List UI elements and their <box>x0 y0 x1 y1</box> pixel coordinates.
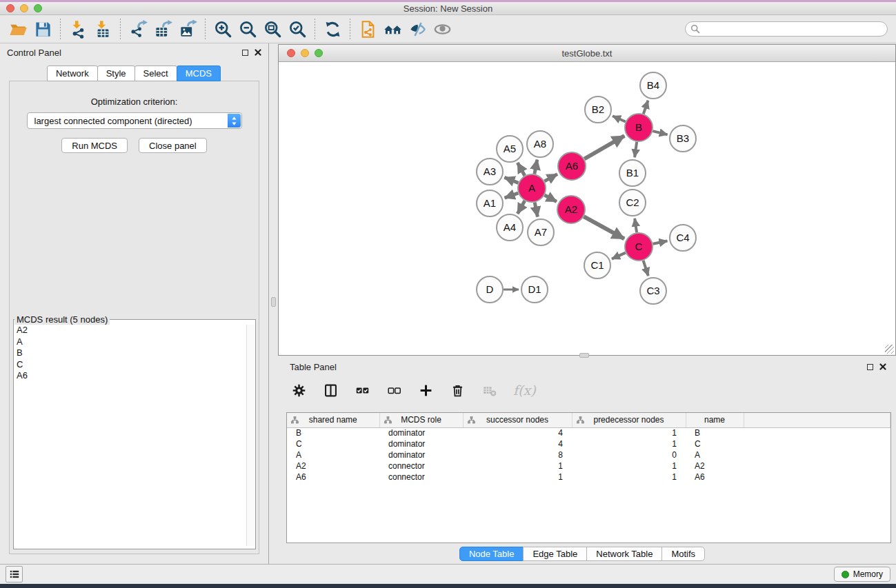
graph-edge-C-C4[interactable] <box>653 241 668 244</box>
resize-grip[interactable] <box>885 345 894 354</box>
close-panel-icon[interactable] <box>879 361 886 373</box>
mcds-result-item[interactable]: A2 <box>14 325 246 336</box>
refresh-layout-icon[interactable] <box>320 17 345 41</box>
open-session-icon[interactable] <box>6 17 30 41</box>
graph-node-C4[interactable]: C4 <box>670 225 696 251</box>
result-scrollbar[interactable] <box>246 325 255 546</box>
tab-select[interactable]: Select <box>135 65 177 81</box>
zoom-selected-icon[interactable] <box>285 17 310 41</box>
column-header-MCDS-role[interactable]: MCDS role <box>379 413 463 427</box>
memory-button[interactable]: Memory <box>834 567 890 582</box>
graph-node-A3[interactable]: A3 <box>477 159 503 185</box>
graph-edge-A-A4[interactable] <box>517 201 524 214</box>
graph-edge-A2-C[interactable] <box>584 216 624 239</box>
mcds-result-item[interactable]: B <box>14 347 246 359</box>
graph-edge-C-C3[interactable] <box>644 261 648 276</box>
import-table-icon[interactable] <box>90 17 115 41</box>
tab-style[interactable]: Style <box>97 65 135 81</box>
graph-node-A1[interactable]: A1 <box>477 190 503 216</box>
graph-node-A6[interactable]: A6 <box>558 152 586 180</box>
column-header-shared-name[interactable]: shared name <box>287 413 379 427</box>
graph-edge-A-A1[interactable] <box>505 193 519 198</box>
zoom-in-icon[interactable] <box>210 17 235 41</box>
graph-node-B1[interactable]: B1 <box>619 160 646 186</box>
column-header-name[interactable]: name <box>686 413 744 427</box>
mcds-result-item[interactable]: C <box>14 359 246 371</box>
table-row[interactable]: Adominator80A <box>287 449 890 460</box>
tab-edge-table[interactable]: Edge Table <box>523 547 587 561</box>
task-history-button[interactable] <box>6 566 23 582</box>
select-all-icon[interactable] <box>355 383 370 398</box>
tab-network[interactable]: Network <box>47 65 98 81</box>
graph-edge-A-A3[interactable] <box>504 177 518 183</box>
graph-node-C[interactable]: C <box>625 233 653 261</box>
graph-node-A4[interactable]: A4 <box>497 214 523 241</box>
graph-edge-B-B1[interactable] <box>635 142 637 157</box>
graph-edge-C-C1[interactable] <box>612 253 626 259</box>
float-panel-icon[interactable] <box>867 364 873 370</box>
graph-node-B4[interactable]: B4 <box>640 72 666 99</box>
graph-edge-B-B4[interactable] <box>644 101 648 114</box>
criterion-select[interactable]: largest connected component (directed) <box>27 112 242 129</box>
float-panel-icon[interactable] <box>242 50 248 56</box>
mcds-result-item[interactable]: A6 <box>14 370 246 382</box>
close-panel-button[interactable]: Close panel <box>139 138 207 153</box>
graph-node-A[interactable]: A <box>518 174 546 202</box>
graph-node-B3[interactable]: B3 <box>670 125 696 152</box>
splitter-handle-vertical[interactable] <box>271 297 276 307</box>
search-input[interactable] <box>685 21 888 37</box>
graph-node-C3[interactable]: C3 <box>640 278 666 304</box>
export-network-icon[interactable] <box>126 17 150 41</box>
tab-mcds[interactable]: MCDS <box>177 65 221 81</box>
run-mcds-button[interactable]: Run MCDS <box>61 138 128 153</box>
column-header-predecessor-nodes[interactable]: predecessor nodes <box>572 413 686 427</box>
graph-edge-B-B2[interactable] <box>613 116 626 121</box>
graph-node-A2[interactable]: A2 <box>557 196 585 223</box>
gear-icon[interactable] <box>291 383 306 398</box>
splitter-handle-horizontal[interactable] <box>579 353 589 358</box>
graph-node-B[interactable]: B <box>625 114 653 141</box>
graph-node-D1[interactable]: D1 <box>521 276 548 303</box>
table-row[interactable]: A2connector11A2 <box>287 460 890 472</box>
svg-text:A3: A3 <box>484 165 496 177</box>
toggle-graphics-details-icon[interactable] <box>405 17 430 41</box>
network-canvas[interactable]: B4B2BB3A8A5A6A3B1AC2A1A2A4A7C4CC1C3DD1 <box>279 63 895 355</box>
network-document-icon[interactable] <box>355 17 380 41</box>
graph-node-C2[interactable]: C2 <box>619 190 646 216</box>
tab-network-table[interactable]: Network Table <box>586 547 662 561</box>
deselect-all-icon[interactable] <box>386 383 401 398</box>
mcds-result-item[interactable]: A <box>14 336 246 348</box>
table-row[interactable]: Cdominator41C <box>287 438 890 449</box>
graph-edge-A-A8[interactable] <box>535 160 537 174</box>
close-panel-icon[interactable] <box>255 46 261 59</box>
table-row[interactable]: Bdominator41B <box>287 427 890 438</box>
zoom-out-icon[interactable] <box>235 17 260 41</box>
columns-icon[interactable] <box>323 383 338 398</box>
graph-node-A7[interactable]: A7 <box>528 219 554 245</box>
graph-edge-A-A7[interactable] <box>535 203 537 217</box>
export-table-icon[interactable] <box>150 17 175 41</box>
home-networks-icon[interactable] <box>380 17 405 41</box>
eye-icon[interactable] <box>430 17 455 41</box>
graph-edge-A-A6[interactable] <box>544 174 557 181</box>
graph-edge-B-B3[interactable] <box>653 131 667 134</box>
export-image-icon[interactable] <box>175 17 200 41</box>
table-row[interactable]: A6connector11A6 <box>287 472 890 483</box>
delete-row-icon[interactable] <box>450 383 465 398</box>
tab-node-table[interactable]: Node Table <box>459 547 524 561</box>
graph-edge-A-A5[interactable] <box>517 163 524 176</box>
graph-edge-A-A2[interactable] <box>544 195 556 202</box>
graph-node-A8[interactable]: A8 <box>527 131 553 157</box>
save-session-icon[interactable] <box>30 17 55 41</box>
tab-motifs[interactable]: Motifs <box>661 547 705 561</box>
zoom-fit-icon[interactable] <box>260 17 285 41</box>
add-row-icon[interactable] <box>418 383 433 398</box>
graph-edge-A6-B[interactable] <box>584 136 624 159</box>
graph-edge-C-C2[interactable] <box>635 219 637 232</box>
graph-node-A5[interactable]: A5 <box>497 136 523 162</box>
import-network-icon[interactable] <box>66 17 90 41</box>
column-header-successor-nodes[interactable]: successor nodes <box>463 413 572 427</box>
graph-node-D[interactable]: D <box>477 276 503 303</box>
graph-node-C1[interactable]: C1 <box>584 252 610 278</box>
graph-node-B2[interactable]: B2 <box>585 97 611 123</box>
